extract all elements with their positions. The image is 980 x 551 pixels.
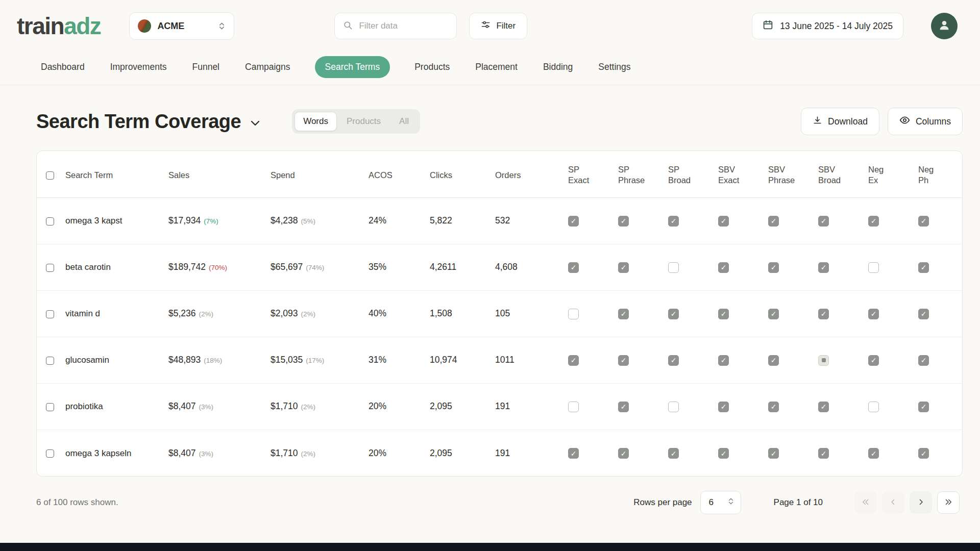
columns-button[interactable]: Columns — [888, 108, 963, 135]
col-header-sbv-exact[interactable]: SBV Exact — [713, 151, 763, 197]
search-input[interactable] — [358, 20, 448, 32]
coverage-checkbox-sp-exact[interactable] — [568, 355, 579, 366]
col-header-sp-exact[interactable]: SP Exact — [563, 151, 613, 197]
rows-per-page-select[interactable]: 6 — [700, 491, 741, 514]
col-header-acos[interactable]: ACOS — [363, 151, 425, 197]
col-header-sbv-broad[interactable]: SBV Broad — [813, 151, 863, 197]
account-selector[interactable]: ACME — [129, 12, 234, 40]
coverage-checkbox-neg-ph[interactable] — [918, 402, 929, 412]
coverage-checkbox-sbv-broad[interactable] — [818, 355, 829, 366]
last-page-button[interactable] — [937, 491, 960, 514]
coverage-checkbox-sp-exact[interactable] — [568, 448, 579, 459]
coverage-checkbox-neg-ex[interactable] — [868, 402, 879, 412]
coverage-checkbox-neg-ph[interactable] — [918, 355, 929, 366]
coverage-checkbox-neg-ph[interactable] — [918, 262, 929, 273]
coverage-checkbox-sp-phrase[interactable] — [618, 402, 629, 412]
row-select-checkbox[interactable] — [46, 264, 54, 272]
coverage-checkbox-sbv-exact[interactable] — [718, 262, 729, 273]
coverage-checkbox-sp-broad[interactable] — [668, 355, 679, 366]
coverage-checkbox-neg-ex[interactable] — [868, 216, 879, 227]
row-select-checkbox[interactable] — [46, 310, 54, 318]
col-header-sbv-phrase[interactable]: SBV Phrase — [763, 151, 813, 197]
coverage-checkbox-sp-broad[interactable] — [668, 309, 679, 319]
coverage-checkbox-sp-exact[interactable] — [568, 309, 579, 319]
coverage-checkbox-sbv-phrase[interactable] — [768, 402, 779, 412]
spend-value: $2,093 — [271, 308, 298, 318]
coverage-checkbox-sbv-exact[interactable] — [718, 216, 729, 227]
nav-item-products[interactable]: Products — [413, 56, 451, 78]
coverage-checkbox-neg-ph[interactable] — [918, 309, 929, 319]
download-button[interactable]: Download — [801, 108, 879, 135]
coverage-checkbox-sp-broad[interactable] — [668, 262, 679, 273]
coverage-checkbox-sbv-phrase[interactable] — [768, 309, 779, 319]
prev-page-button[interactable] — [882, 491, 904, 514]
nav-item-bidding[interactable]: Bidding — [542, 56, 574, 78]
coverage-checkbox-neg-ph[interactable] — [918, 216, 929, 227]
coverage-checkbox-sp-exact[interactable] — [568, 402, 579, 412]
segment-all[interactable]: All — [390, 112, 418, 131]
next-page-button[interactable] — [910, 491, 932, 514]
coverage-checkbox-sbv-exact[interactable] — [718, 448, 729, 459]
col-header-neg-ph[interactable]: Neg Ph — [913, 151, 963, 197]
segment-products[interactable]: Products — [338, 112, 389, 131]
row-select-checkbox[interactable] — [46, 357, 54, 365]
coverage-checkbox-sp-phrase[interactable] — [618, 309, 629, 319]
nav-item-search-terms[interactable]: Search Terms — [315, 56, 390, 78]
page-title[interactable]: Search Term Coverage — [36, 111, 241, 133]
coverage-checkbox-neg-ex[interactable] — [868, 309, 879, 319]
coverage-checkbox-sbv-broad[interactable] — [818, 216, 829, 227]
coverage-checkbox-sbv-broad[interactable] — [818, 448, 829, 459]
nav-item-dashboard[interactable]: Dashboard — [40, 56, 86, 78]
row-select-checkbox[interactable] — [46, 217, 54, 226]
nav-item-settings[interactable]: Settings — [597, 56, 631, 78]
date-range-button[interactable]: 13 June 2025 - 14 July 2025 — [752, 13, 903, 39]
col-header-sp-broad[interactable]: SP Broad — [663, 151, 713, 197]
col-header-orders[interactable]: Orders — [490, 151, 563, 197]
coverage-checkbox-neg-ph[interactable] — [918, 448, 929, 459]
first-page-button[interactable] — [854, 491, 877, 514]
coverage-checkbox-sp-broad[interactable] — [668, 448, 679, 459]
coverage-checkbox-sbv-exact[interactable] — [718, 309, 729, 319]
row-select-checkbox[interactable] — [46, 403, 54, 411]
col-header-sales[interactable]: Sales — [163, 151, 265, 197]
nav-item-improvements[interactable]: Improvements — [109, 56, 168, 78]
coverage-checkbox-sbv-exact[interactable] — [718, 402, 729, 412]
chevron-down-icon[interactable] — [249, 117, 261, 131]
coverage-checkbox-neg-ex[interactable] — [868, 262, 879, 273]
download-icon — [813, 115, 822, 128]
coverage-checkbox-sbv-phrase[interactable] — [768, 262, 779, 273]
search-box[interactable] — [334, 13, 457, 39]
nav-item-campaigns[interactable]: Campaigns — [244, 56, 291, 78]
coverage-checkbox-sbv-phrase[interactable] — [768, 448, 779, 459]
col-header-search-term[interactable]: Search Term — [60, 151, 163, 197]
coverage-checkbox-sp-phrase[interactable] — [618, 262, 629, 273]
coverage-checkbox-sp-phrase[interactable] — [618, 355, 629, 366]
coverage-checkbox-neg-ex[interactable] — [868, 355, 879, 366]
select-all-checkbox[interactable] — [46, 171, 54, 180]
coverage-checkbox-sbv-broad[interactable] — [818, 262, 829, 273]
coverage-checkbox-sbv-exact[interactable] — [718, 355, 729, 366]
col-header-spend[interactable]: Spend — [265, 151, 363, 197]
coverage-checkbox-sbv-phrase[interactable] — [768, 355, 779, 366]
user-avatar[interactable] — [931, 13, 958, 39]
coverage-checkbox-sbv-broad[interactable] — [818, 309, 829, 319]
nav-item-placement[interactable]: Placement — [474, 56, 519, 78]
coverage-checkbox-sp-phrase[interactable] — [618, 216, 629, 227]
col-header-neg-ex[interactable]: Neg Ex — [863, 151, 913, 197]
main-content: Search Term Coverage Words Products All … — [0, 108, 980, 514]
coverage-checkbox-sbv-phrase[interactable] — [768, 216, 779, 227]
coverage-checkbox-sp-broad[interactable] — [668, 216, 679, 227]
orders-value: 105 — [490, 290, 563, 337]
coverage-checkbox-sp-exact[interactable] — [568, 216, 579, 227]
row-select-checkbox[interactable] — [46, 449, 54, 458]
filter-button[interactable]: Filter — [469, 13, 527, 39]
coverage-checkbox-sp-broad[interactable] — [668, 402, 679, 412]
coverage-checkbox-sp-exact[interactable] — [568, 262, 579, 273]
coverage-checkbox-sp-phrase[interactable] — [618, 448, 629, 459]
coverage-checkbox-sbv-broad[interactable] — [818, 402, 829, 412]
col-header-clicks[interactable]: Clicks — [425, 151, 490, 197]
nav-item-funnel[interactable]: Funnel — [191, 56, 221, 78]
segment-words[interactable]: Words — [295, 112, 337, 131]
coverage-checkbox-neg-ex[interactable] — [868, 448, 879, 459]
col-header-sp-phrase[interactable]: SP Phrase — [613, 151, 663, 197]
